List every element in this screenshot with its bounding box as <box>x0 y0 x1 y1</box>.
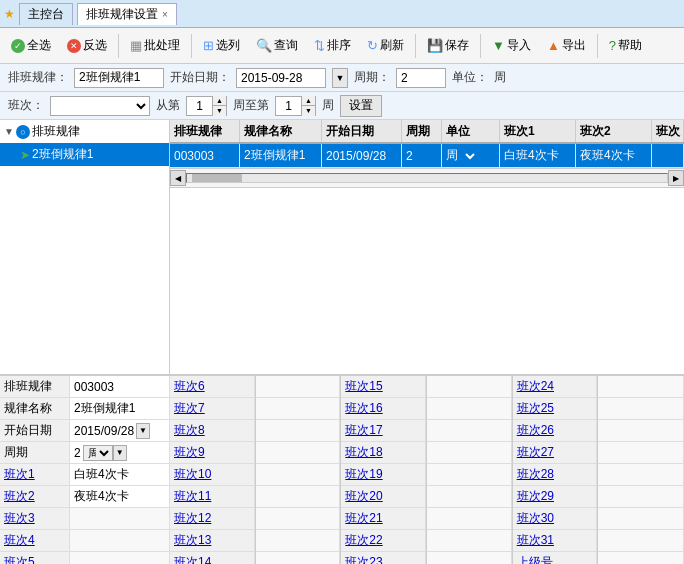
detail-shift10-label[interactable]: 班次10 <box>170 464 255 486</box>
detail-shift22-label[interactable]: 班次22 <box>341 530 426 552</box>
detail-rule-label: 排班规律 <box>0 376 70 398</box>
tree-root-label: 排班规律 <box>32 123 80 140</box>
detail-shift9-label[interactable]: 班次9 <box>170 442 255 464</box>
detail-shift19-value <box>427 464 512 486</box>
table-body: 003003 2班倒规律1 2015/09/28 2 周 周 白班4次卡 夜班4… <box>170 144 684 168</box>
date-dropdown-icon[interactable]: ▼ <box>332 68 348 88</box>
home-tab-label: 主控台 <box>28 6 64 23</box>
shift-select[interactable] <box>50 96 150 116</box>
home-tab[interactable]: 主控台 <box>19 3 73 25</box>
current-tab[interactable]: 排班规律设置 × <box>77 3 177 25</box>
detail-shift7-label[interactable]: 班次7 <box>170 398 255 420</box>
select-col-button[interactable]: ⊞ 选列 <box>196 33 247 58</box>
horizontal-scrollbar[interactable]: ◀ ▶ <box>170 168 684 188</box>
select-all-icon: ✓ <box>11 39 25 53</box>
detail-senior-label[interactable]: 上级号 <box>513 552 598 564</box>
detail-shift14-label[interactable]: 班次14 <box>170 552 255 564</box>
tree-item-node[interactable]: ➤ 2班倒规律1 <box>0 143 169 166</box>
detail-start-date-value: 2015/09/28 ▼ <box>70 420 170 442</box>
sort-button[interactable]: ⇅ 排序 <box>307 33 358 58</box>
period-input[interactable] <box>396 68 446 88</box>
help-button[interactable]: ? 帮助 <box>602 33 649 58</box>
period-unit-select[interactable]: 周 <box>83 445 113 461</box>
detail-shift17-label[interactable]: 班次17 <box>341 420 426 442</box>
unit-select[interactable]: 周 <box>458 147 478 165</box>
tree-root-node[interactable]: ▼ ○ 排班规律 <box>0 120 169 143</box>
start-date-input[interactable] <box>236 68 326 88</box>
detail-shift18-label[interactable]: 班次18 <box>341 442 426 464</box>
th-rule-name: 规律名称 <box>240 120 322 142</box>
detail-shift26-label[interactable]: 班次26 <box>513 420 598 442</box>
detail-start-date-label: 开始日期 <box>0 420 70 442</box>
to-week-down[interactable]: ▼ <box>301 106 315 116</box>
detail-shift25-label[interactable]: 班次25 <box>513 398 598 420</box>
detail-shift5-label[interactable]: 班次5 <box>0 552 70 564</box>
detail-shift3-label[interactable]: 班次3 <box>0 508 70 530</box>
td-shift3 <box>652 144 684 167</box>
invert-select-icon: ✕ <box>67 39 81 53</box>
invert-select-label: 反选 <box>83 37 107 54</box>
th-start-date: 开始日期 <box>322 120 402 142</box>
from-week-input[interactable] <box>187 99 212 113</box>
save-button[interactable]: 💾 保存 <box>420 33 476 58</box>
save-icon: 💾 <box>427 38 443 53</box>
detail-shift6-label[interactable]: 班次6 <box>170 376 255 398</box>
detail-shift8-label[interactable]: 班次8 <box>170 420 255 442</box>
week-label2: 周 <box>322 97 334 114</box>
scroll-thumb[interactable] <box>192 174 242 182</box>
td-shift1: 白班4次卡 <box>500 144 576 167</box>
rule-input[interactable] <box>74 68 164 88</box>
form-row-1: 排班规律： 开始日期： ▼ 周期： 单位： 周 <box>0 64 684 92</box>
detail-shift1-label[interactable]: 班次1 <box>0 464 70 486</box>
close-tab-button[interactable]: × <box>162 9 168 20</box>
from-week-down[interactable]: ▼ <box>212 106 226 116</box>
start-date-label: 开始日期： <box>170 69 230 86</box>
detail-shift15-label[interactable]: 班次15 <box>341 376 426 398</box>
current-tab-label: 排班规律设置 <box>86 6 158 23</box>
select-all-button[interactable]: ✓ 全选 <box>4 33 58 58</box>
detail-shift13-label[interactable]: 班次13 <box>170 530 255 552</box>
detail-shift11-label[interactable]: 班次11 <box>170 486 255 508</box>
detail-shift20-label[interactable]: 班次20 <box>341 486 426 508</box>
detail-shift7-value <box>256 398 341 420</box>
detail-shift4-label[interactable]: 班次4 <box>0 530 70 552</box>
detail-shift19-label[interactable]: 班次19 <box>341 464 426 486</box>
date-picker-btn[interactable]: ▼ <box>136 423 150 439</box>
tree-expand-icon: ▼ <box>4 126 14 137</box>
detail-shift24-label[interactable]: 班次24 <box>513 376 598 398</box>
detail-shift12-label[interactable]: 班次12 <box>170 508 255 530</box>
period-dropdown-icon[interactable]: ▼ <box>113 445 127 461</box>
from-week-up[interactable]: ▲ <box>212 96 226 106</box>
export-button[interactable]: ▲ 导出 <box>540 33 593 58</box>
detail-shift23-label[interactable]: 班次23 <box>341 552 426 564</box>
detail-shift27-label[interactable]: 班次27 <box>513 442 598 464</box>
detail-shift16-label[interactable]: 班次16 <box>341 398 426 420</box>
sep4 <box>480 34 481 58</box>
rule-label: 排班规律： <box>8 69 68 86</box>
week-label1: 周至第 <box>233 97 269 114</box>
batch-process-button[interactable]: ▦ 批处理 <box>123 33 187 58</box>
detail-period-label: 周期 <box>0 442 70 464</box>
invert-select-button[interactable]: ✕ 反选 <box>60 33 114 58</box>
to-week-input[interactable] <box>276 99 301 113</box>
detail-shift2-label[interactable]: 班次2 <box>0 486 70 508</box>
th-shift3: 班次 <box>652 120 684 142</box>
detail-shift15-value <box>427 376 512 398</box>
detail-shift2-value: 夜班4次卡 <box>70 486 170 508</box>
query-button[interactable]: 🔍 查询 <box>249 33 305 58</box>
detail-shift21-label[interactable]: 班次21 <box>341 508 426 530</box>
detail-shift25-value <box>598 398 684 420</box>
scroll-right-arrow[interactable]: ▶ <box>668 170 684 186</box>
detail-shift31-label[interactable]: 班次31 <box>513 530 598 552</box>
import-button[interactable]: ▼ 导入 <box>485 33 538 58</box>
to-week-up[interactable]: ▲ <box>301 96 315 106</box>
setup-button[interactable]: 设置 <box>340 95 382 117</box>
sort-label: 排序 <box>327 37 351 54</box>
detail-shift30-label[interactable]: 班次30 <box>513 508 598 530</box>
scroll-left-arrow[interactable]: ◀ <box>170 170 186 186</box>
detail-shift28-label[interactable]: 班次28 <box>513 464 598 486</box>
detail-rule-name-label: 规律名称 <box>0 398 70 420</box>
table-row[interactable]: 003003 2班倒规律1 2015/09/28 2 周 周 白班4次卡 夜班4… <box>170 144 684 168</box>
refresh-button[interactable]: ↻ 刷新 <box>360 33 411 58</box>
detail-shift29-label[interactable]: 班次29 <box>513 486 598 508</box>
